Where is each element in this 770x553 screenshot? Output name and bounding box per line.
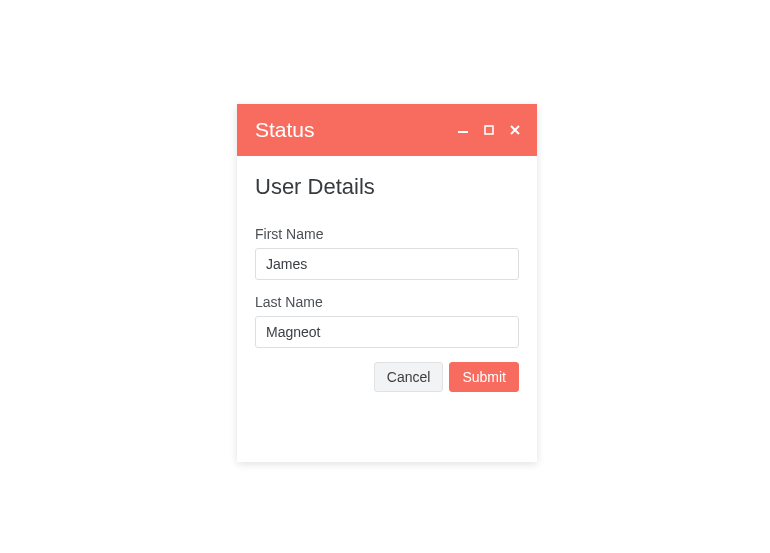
window-title: Status <box>255 118 315 142</box>
minimize-icon[interactable] <box>457 124 469 136</box>
last-name-input[interactable] <box>255 316 519 348</box>
cancel-button[interactable]: Cancel <box>374 362 444 392</box>
last-name-group: Last Name <box>255 294 519 348</box>
button-row: Cancel Submit <box>255 362 519 392</box>
status-window: Status User Details First Name Last Name… <box>237 104 537 462</box>
first-name-input[interactable] <box>255 248 519 280</box>
window-controls <box>457 124 521 136</box>
section-heading: User Details <box>255 174 519 200</box>
maximize-icon[interactable] <box>483 124 495 136</box>
svg-rect-1 <box>485 126 493 134</box>
first-name-label: First Name <box>255 226 519 242</box>
window-titlebar: Status <box>237 104 537 156</box>
last-name-label: Last Name <box>255 294 519 310</box>
close-icon[interactable] <box>509 124 521 136</box>
submit-button[interactable]: Submit <box>449 362 519 392</box>
first-name-group: First Name <box>255 226 519 280</box>
window-content: User Details First Name Last Name Cancel… <box>237 156 537 462</box>
